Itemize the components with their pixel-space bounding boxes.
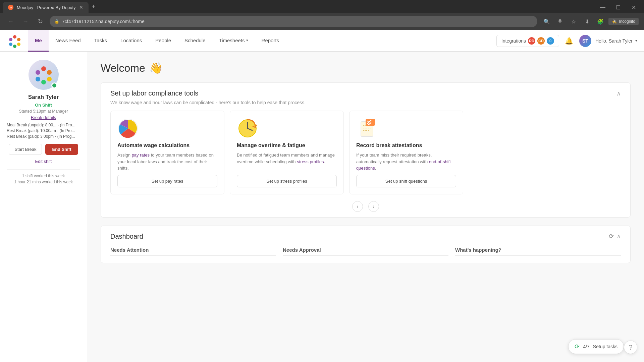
compliance-title: Set up labor compliance tools	[110, 89, 198, 97]
bookmark-icon[interactable]: ☆	[568, 16, 579, 27]
pay-rates-link[interactable]: pay rates	[132, 153, 150, 158]
stress-profiles-link[interactable]: stress profiles	[297, 159, 324, 164]
shift-questions-link[interactable]: end-of-shift questions	[356, 159, 451, 171]
nav-items: Me News Feed Tasks Locations People Sche…	[28, 30, 496, 51]
carousel-prev-button[interactable]: ‹	[352, 201, 363, 212]
edit-shift-link[interactable]: Edit shift	[35, 159, 52, 164]
dashboard-section: Dashboard ⟳ ∧ Needs Attention Needs Appr…	[101, 226, 631, 263]
maximize-button[interactable]: ☐	[610, 2, 626, 13]
back-button[interactable]: ←	[5, 16, 16, 27]
user-greeting[interactable]: Hello, Sarah Tyler ▾	[595, 38, 637, 44]
nav-item-locations[interactable]: Locations	[114, 30, 149, 52]
main-content: Sarah Tyler On Shift Started 5:18pm at M…	[0, 52, 644, 362]
close-button[interactable]: ✕	[626, 2, 641, 13]
eye-off-icon[interactable]: 👁	[555, 16, 566, 27]
greeting-dropdown-arrow: ▾	[635, 39, 637, 43]
wage-icon	[117, 118, 139, 139]
set-up-pay-rates-button[interactable]: Set up pay rates	[117, 175, 217, 187]
attestation-icon	[356, 118, 378, 139]
break-item-2: Rest Break (paid): 10:00am - (In Pro...	[7, 128, 80, 133]
user-avatar-nav[interactable]: ST	[579, 35, 591, 47]
url-text: 7cf47d19112152.na.deputy.com/#home	[62, 19, 533, 24]
timesheets-dropdown-arrow: ▾	[246, 38, 248, 43]
greeting-text: Hello, Sarah Tyler	[595, 38, 633, 44]
break-details-link[interactable]: Break details	[31, 115, 56, 120]
whats-happening-title: What's happening?	[455, 247, 621, 256]
address-bar[interactable]: 🔒 7cf47d19112152.na.deputy.com/#home	[50, 16, 537, 27]
online-indicator	[51, 82, 57, 88]
browser-actions: 🔍 👁 ☆ ⬇ 🧩 🕵 Incognito	[541, 16, 639, 27]
compliance-cards: Automate wage calculations Assign pay ra…	[101, 111, 630, 201]
wave-emoji: 👋	[149, 62, 163, 74]
carousel-next-button[interactable]: ›	[368, 201, 379, 212]
overtime-card-desc: Be notified of fatigued team members and…	[237, 152, 337, 172]
integrations-label: Integrations	[501, 38, 526, 44]
svg-point-2	[17, 43, 20, 46]
break-item-3: Rest Break (paid): 3:00pm - (In Prog...	[7, 134, 80, 139]
incognito-badge: 🕵 Incognito	[608, 18, 639, 25]
browser-chrome: M Moodjoy - Powered By Deputy ✕ + — ☐ ✕ …	[0, 0, 644, 30]
incognito-icon: 🕵	[612, 19, 617, 24]
notifications-button[interactable]: 🔔	[563, 35, 575, 47]
nav-item-timesheets[interactable]: Timesheets ▾	[212, 30, 255, 52]
nav-item-news-feed[interactable]: News Feed	[49, 30, 88, 52]
help-button[interactable]: ?	[624, 341, 637, 354]
shift-started-info: Started 5:18pm at Manager	[19, 109, 68, 114]
integration-badge-rd: RD	[528, 37, 535, 45]
dashboard-refresh-button[interactable]: ⟳	[609, 233, 614, 240]
forward-button[interactable]: →	[20, 16, 31, 27]
needs-approval-title: Needs Approval	[283, 247, 448, 256]
download-icon[interactable]: ⬇	[582, 16, 592, 27]
end-shift-button[interactable]: End Shift	[45, 144, 78, 155]
user-avatar-large	[29, 60, 59, 90]
nav-item-people[interactable]: People	[149, 30, 178, 52]
whats-happening-col: What's happening?	[455, 247, 621, 256]
svg-point-6	[41, 66, 46, 71]
nav-item-reports[interactable]: Reports	[255, 30, 286, 52]
minimize-button[interactable]: —	[595, 2, 610, 13]
bell-icon: 🔔	[565, 37, 573, 45]
new-tab-button[interactable]: +	[89, 3, 98, 10]
reload-button[interactable]: ↻	[35, 16, 46, 27]
svg-point-3	[13, 45, 16, 48]
needs-attention-col: Needs Attention	[110, 247, 276, 256]
integration-badge-cd: CD	[537, 37, 545, 45]
svg-point-1	[17, 38, 20, 41]
nav-item-me[interactable]: Me	[28, 30, 49, 52]
attestation-card: Record break attestations If your team m…	[349, 111, 463, 194]
nav-item-schedule[interactable]: Schedule	[178, 30, 212, 52]
svg-point-5	[9, 38, 12, 41]
app-container: Me News Feed Tasks Locations People Sche…	[0, 30, 644, 362]
set-up-shift-questions-button[interactable]: Set up shift questions	[356, 175, 456, 187]
setup-tasks-badge: 4/7	[583, 344, 589, 349]
break-item-1: Meal Break (unpaid): 8:00... - (In Pro..…	[7, 123, 80, 127]
needs-attention-title: Needs Attention	[110, 247, 276, 256]
svg-rect-21	[366, 119, 375, 126]
window-controls: — ☐ ✕	[595, 2, 641, 13]
labor-compliance-card: Set up labor compliance tools ∧ We know …	[101, 82, 631, 218]
tab-favicon: M	[8, 5, 13, 10]
setup-tasks-label: Setup tasks	[593, 344, 618, 349]
compliance-card-header: Set up labor compliance tools ∧	[101, 83, 630, 100]
tab-close-button[interactable]: ✕	[79, 5, 83, 10]
search-icon[interactable]: 🔍	[541, 16, 552, 27]
sidebar: Sarah Tyler On Shift Started 5:18pm at M…	[0, 52, 87, 362]
incognito-label: Incognito	[619, 19, 635, 24]
svg-point-4	[9, 43, 12, 46]
compliance-subtitle: We know wage and hour laws can be compli…	[101, 100, 630, 111]
collapse-compliance-button[interactable]: ∧	[616, 90, 621, 97]
sidebar-user-name: Sarah Tyler	[28, 94, 59, 101]
nav-item-tasks[interactable]: Tasks	[88, 30, 114, 52]
active-tab[interactable]: M Moodjoy - Powered By Deputy ✕	[3, 2, 89, 13]
set-up-stress-profiles-button[interactable]: Set up stress profiles	[237, 175, 337, 187]
app-logo[interactable]	[7, 33, 23, 49]
svg-point-7	[47, 70, 52, 75]
start-break-button[interactable]: Start Break	[9, 144, 42, 155]
nav-right: Integrations RD CD 0 🔔 ST Hello, Sarah T…	[496, 35, 637, 47]
integrations-button[interactable]: Integrations RD CD 0	[496, 35, 559, 47]
shifts-worked-stat: 1 shift worked this week	[7, 174, 80, 178]
collapse-dashboard-button[interactable]: ∧	[616, 233, 621, 240]
welcome-heading: Welcome 👋	[101, 62, 631, 74]
extensions-icon[interactable]: 🧩	[595, 16, 606, 27]
setup-tasks-widget[interactable]: ⟳ 4/7 Setup tasks	[568, 339, 624, 354]
